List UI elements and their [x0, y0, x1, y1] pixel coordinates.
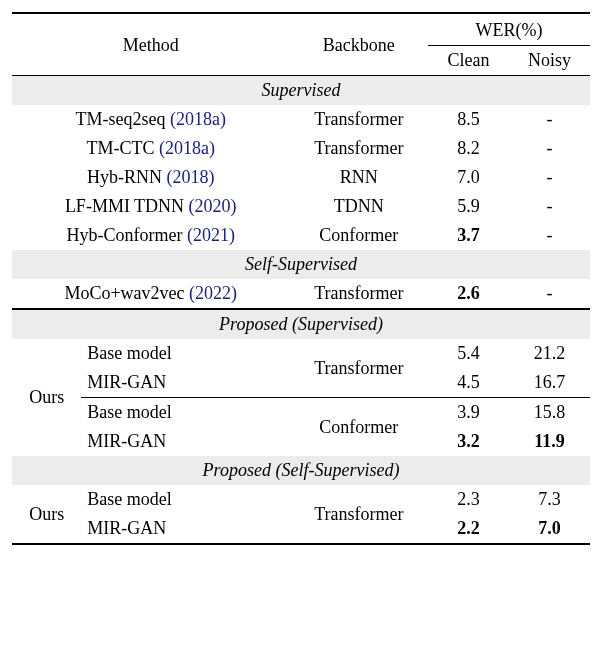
backbone-cell: Transformer: [289, 279, 428, 309]
header-method: Method: [12, 13, 289, 76]
clean-cell: 3.9: [428, 398, 509, 428]
clean-cell: 2.3: [428, 485, 509, 514]
method-name: TM-CTC: [86, 138, 159, 158]
cite-link[interactable]: (2021): [187, 225, 235, 245]
clean-cell: 4.5: [428, 368, 509, 398]
noisy-cell: -: [509, 105, 590, 134]
backbone-cell: Transformer: [289, 339, 428, 398]
model-cell: MIR-GAN: [81, 514, 289, 544]
model-cell: Base model: [81, 485, 289, 514]
model-cell: MIR-GAN: [81, 368, 289, 398]
clean-cell: 2.6: [428, 279, 509, 309]
noisy-cell: -: [509, 192, 590, 221]
ours-label: Ours: [12, 485, 81, 544]
noisy-cell: 7.3: [509, 485, 590, 514]
backbone-cell: Transformer: [289, 485, 428, 544]
cite-link[interactable]: (2018): [166, 167, 214, 187]
clean-cell: 3.7: [428, 221, 509, 250]
method-cell: TM-CTC (2018a): [12, 134, 289, 163]
noisy-cell: 15.8: [509, 398, 590, 428]
method-cell: Hyb-Conformer (2021): [12, 221, 289, 250]
clean-cell: 8.2: [428, 134, 509, 163]
header-backbone: Backbone: [289, 13, 428, 76]
method-cell: LF-MMI TDNN (2020): [12, 192, 289, 221]
noisy-cell: -: [509, 134, 590, 163]
backbone-cell: Conformer: [289, 221, 428, 250]
results-table: Method Backbone WER(%) Clean Noisy Super…: [12, 12, 590, 545]
section-self-supervised: Self-Supervised: [12, 250, 590, 279]
header-noisy: Noisy: [509, 46, 590, 76]
noisy-cell: 21.2: [509, 339, 590, 368]
method-name: Hyb-RNN: [87, 167, 167, 187]
header-wer: WER(%): [428, 13, 590, 46]
method-name: LF-MMI TDNN: [65, 196, 189, 216]
section-proposed-self-supervised: Proposed (Self-Supervised): [12, 456, 590, 485]
ours-label: Ours: [12, 339, 81, 456]
cite-link[interactable]: (2022): [189, 283, 237, 303]
clean-cell: 5.4: [428, 339, 509, 368]
backbone-cell: Transformer: [289, 134, 428, 163]
section-proposed-supervised: Proposed (Supervised): [12, 309, 590, 339]
cite-link[interactable]: (2020): [189, 196, 237, 216]
noisy-cell: 11.9: [509, 427, 590, 456]
noisy-cell: 16.7: [509, 368, 590, 398]
backbone-cell: Transformer: [289, 105, 428, 134]
method-name: MoCo+wav2vec: [64, 283, 189, 303]
clean-cell: 5.9: [428, 192, 509, 221]
model-cell: MIR-GAN: [81, 427, 289, 456]
noisy-cell: -: [509, 221, 590, 250]
model-cell: Base model: [81, 339, 289, 368]
backbone-cell: Conformer: [289, 398, 428, 457]
clean-cell: 2.2: [428, 514, 509, 544]
header-clean: Clean: [428, 46, 509, 76]
cite-link[interactable]: (2018a): [159, 138, 215, 158]
method-name: Hyb-Conformer: [66, 225, 186, 245]
method-cell: TM-seq2seq (2018a): [12, 105, 289, 134]
method-cell: MoCo+wav2vec (2022): [12, 279, 289, 309]
section-supervised: Supervised: [12, 76, 590, 106]
method-cell: Hyb-RNN (2018): [12, 163, 289, 192]
backbone-cell: RNN: [289, 163, 428, 192]
noisy-cell: -: [509, 279, 590, 309]
method-name: TM-seq2seq: [75, 109, 169, 129]
noisy-cell: -: [509, 163, 590, 192]
backbone-cell: TDNN: [289, 192, 428, 221]
cite-link[interactable]: (2018a): [170, 109, 226, 129]
clean-cell: 7.0: [428, 163, 509, 192]
clean-cell: 3.2: [428, 427, 509, 456]
clean-cell: 8.5: [428, 105, 509, 134]
noisy-cell: 7.0: [509, 514, 590, 544]
model-cell: Base model: [81, 398, 289, 428]
